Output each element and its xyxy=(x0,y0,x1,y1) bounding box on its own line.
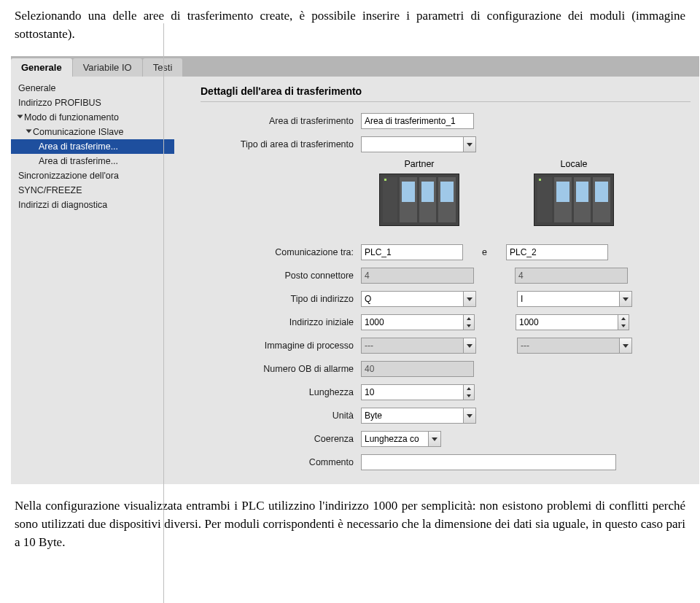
sidebar-item-sync-freeze[interactable]: SYNC/FREEZE xyxy=(11,183,174,198)
spinner-indirizzo-a[interactable] xyxy=(361,314,475,330)
combo-tipo-area[interactable] xyxy=(361,136,476,152)
spin-up[interactable] xyxy=(464,315,474,322)
sidebar-item-label: Modo di funzionamento xyxy=(24,112,119,122)
sidebar-nav: Generale Indirizzo PROFIBUS Modo di funz… xyxy=(11,77,174,484)
spinner-input[interactable] xyxy=(361,384,463,400)
label-immagine-processo: Immagine di processo xyxy=(201,341,361,351)
input-posto-b xyxy=(515,268,628,284)
tab-bar: Generale Variabile IO Testi xyxy=(11,56,699,77)
combo-input[interactable] xyxy=(517,291,619,307)
sidebar-item-area-trasferimento-1[interactable]: Area di trasferime... xyxy=(11,139,174,154)
locale-column: Locale xyxy=(516,159,632,226)
input-commento[interactable] xyxy=(361,454,616,470)
combo-immagine-b[interactable] xyxy=(517,338,632,354)
combo-tipo-b[interactable] xyxy=(517,291,632,307)
spinner-indirizzo-b[interactable] xyxy=(516,314,629,330)
section-title: Dettagli dell'area di trasferimento xyxy=(201,85,691,97)
sidebar-item-sincronizzazione[interactable]: Sincronizzazione dell'ora xyxy=(11,168,174,183)
label-posto-connettore: Posto connettore xyxy=(201,271,361,281)
plc-partner-icon xyxy=(379,174,459,226)
chevron-down-icon xyxy=(623,344,629,348)
section-divider xyxy=(201,101,691,102)
tab-generale[interactable]: Generale xyxy=(11,58,72,77)
dropdown-button[interactable] xyxy=(619,291,632,307)
combo-input[interactable] xyxy=(361,291,463,307)
combo-coerenza[interactable] xyxy=(361,431,441,447)
sidebar-item-indirizzo-profibus[interactable]: Indirizzo PROFIBUS xyxy=(11,96,174,110)
chevron-down-icon xyxy=(467,143,472,147)
partner-column: Partner xyxy=(361,159,478,226)
tab-variabile-io[interactable]: Variabile IO xyxy=(73,58,142,77)
label-coerenza: Coerenza xyxy=(201,434,361,444)
dropdown-button[interactable] xyxy=(463,408,476,424)
plc-locale-icon xyxy=(534,174,614,226)
combo-unita[interactable] xyxy=(361,408,476,424)
details-pane: Dettagli dell'area di trasferimento Area… xyxy=(174,77,699,484)
combo-input xyxy=(517,338,619,354)
dropdown-button[interactable] xyxy=(428,431,441,447)
dropdown-button[interactable] xyxy=(463,291,476,307)
label-tipo-indirizzo: Tipo di indirizzo xyxy=(201,294,361,304)
combo-immagine-a[interactable] xyxy=(361,338,476,354)
dropdown-button[interactable] xyxy=(463,338,476,354)
spinner-lunghezza[interactable] xyxy=(361,384,475,400)
spin-up[interactable] xyxy=(618,315,629,322)
label-commento: Commento xyxy=(201,457,361,467)
chevron-down-icon xyxy=(467,414,472,418)
spin-up[interactable] xyxy=(464,385,474,392)
label-e: e xyxy=(482,247,487,257)
input-area-trasferimento[interactable] xyxy=(361,113,474,129)
label-tipo-area: Tipo di area di trasferimento xyxy=(201,139,361,149)
spinner-input[interactable] xyxy=(516,314,618,330)
input-plc-a[interactable] xyxy=(361,244,463,260)
label-locale: Locale xyxy=(516,159,632,169)
label-unita: Unità xyxy=(201,411,361,421)
config-panel: Generale Variabile IO Testi Generale Ind… xyxy=(11,56,699,484)
input-plc-b[interactable] xyxy=(506,244,608,260)
chevron-down-icon xyxy=(432,437,438,441)
spin-down[interactable] xyxy=(464,392,474,400)
caret-icon xyxy=(26,130,32,133)
combo-input[interactable] xyxy=(361,408,463,424)
label-lunghezza: Lunghezza xyxy=(201,387,361,397)
doc-outro-paragraph: Nella configurazione visualizzata entram… xyxy=(0,484,700,559)
label-indirizzo-iniziale: Indirizzo iniziale xyxy=(201,317,361,327)
doc-intro-paragraph: Selezionando una delle aree di trasferim… xyxy=(0,0,700,56)
input-posto-a xyxy=(361,268,474,284)
combo-tipo-a[interactable] xyxy=(361,291,476,307)
label-numero-ob: Numero OB di allarme xyxy=(201,364,361,374)
caret-icon xyxy=(18,115,23,119)
vertical-divider xyxy=(163,23,164,559)
chevron-down-icon xyxy=(467,297,472,301)
combo-input xyxy=(361,338,463,354)
label-partner: Partner xyxy=(361,159,478,169)
dropdown-button[interactable] xyxy=(463,136,476,152)
sidebar-item-comunicazione-islave[interactable]: Comunicazione ISlave xyxy=(11,125,174,139)
sidebar-item-indirizzi-diagnostica[interactable]: Indirizzi di diagnostica xyxy=(11,198,174,212)
label-comunicazione-tra: Comunicazione tra: xyxy=(201,247,361,257)
sidebar-item-area-trasferimento-2[interactable]: Area di trasferime... xyxy=(11,154,174,168)
input-numero-ob xyxy=(361,361,474,377)
spin-down[interactable] xyxy=(464,322,474,330)
combo-input[interactable] xyxy=(361,136,463,152)
sidebar-item-label: Comunicazione ISlave xyxy=(33,127,123,137)
dropdown-button[interactable] xyxy=(619,338,632,354)
chevron-down-icon xyxy=(623,297,629,301)
chevron-down-icon xyxy=(467,344,472,348)
tab-testi[interactable]: Testi xyxy=(143,58,183,77)
sidebar-item-generale[interactable]: Generale xyxy=(11,81,174,96)
label-area-trasferimento: Area di trasferimento xyxy=(201,116,361,126)
spin-down[interactable] xyxy=(618,322,629,330)
sidebar-item-modo-funzionamento[interactable]: Modo di funzionamento xyxy=(11,110,174,125)
spinner-input[interactable] xyxy=(361,314,463,330)
combo-input[interactable] xyxy=(361,431,428,447)
